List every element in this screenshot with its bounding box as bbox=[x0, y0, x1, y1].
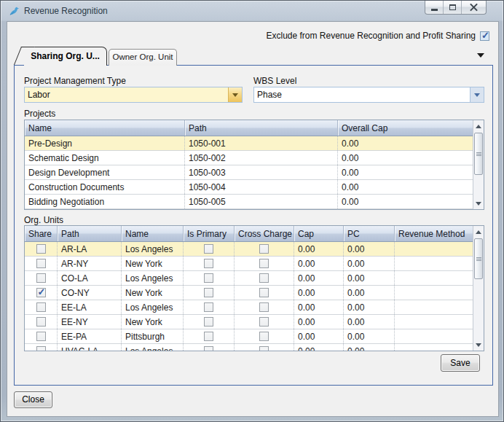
org-pc-cell: 0.00 bbox=[344, 315, 395, 329]
col-header-pc[interactable]: PC bbox=[344, 226, 395, 241]
tab-overflow-chevron-down-icon[interactable] bbox=[477, 53, 484, 58]
project-row[interactable]: Bidding Negotiation 1050-005 0.00 bbox=[25, 195, 473, 209]
scroll-up-icon[interactable] bbox=[473, 226, 484, 238]
tab-sharing-org-unit[interactable]: Sharing Org. U... bbox=[24, 47, 107, 66]
cross-charge-checkbox[interactable] bbox=[259, 259, 269, 268]
projects-header-row: Name Path Overall Cap bbox=[25, 120, 473, 136]
org-unit-row[interactable]: HVAC-LA Los Angeles 0.00 0.00 bbox=[25, 344, 473, 351]
org-name-cell: Los Angeles bbox=[122, 271, 184, 285]
share-checkbox[interactable] bbox=[36, 317, 46, 327]
scroll-thumb[interactable] bbox=[474, 238, 483, 279]
project-row[interactable]: Construction Documents 1050-004 0.00 bbox=[25, 180, 473, 195]
scroll-down-icon[interactable] bbox=[473, 198, 484, 209]
title-bar[interactable]: Revenue Recognition bbox=[1, 1, 503, 21]
cross-charge-checkbox[interactable] bbox=[259, 317, 269, 327]
exclude-row: Exclude from Revenue Recognition and Pro… bbox=[267, 31, 490, 41]
cross-charge-checkbox[interactable] bbox=[259, 244, 269, 254]
col-header-overall-cap[interactable]: Overall Cap bbox=[338, 120, 473, 136]
share-checkbox[interactable] bbox=[36, 302, 46, 312]
org-unit-row[interactable]: AR-NY New York 0.00 0.00 bbox=[25, 257, 473, 271]
org-pc-cell: 0.00 bbox=[344, 271, 395, 285]
is-primary-checkbox[interactable] bbox=[204, 244, 213, 254]
org-units-grid: Share Path Name Is Primary Cross Charge … bbox=[24, 225, 484, 351]
scroll-down-icon[interactable] bbox=[473, 339, 484, 351]
project-row[interactable]: Design Development 1050-003 0.00 bbox=[25, 165, 473, 180]
project-name-cell: Design Development bbox=[25, 165, 185, 179]
project-row[interactable]: Pre-Design 1050-001 0.00 bbox=[25, 136, 473, 151]
cross-charge-checkbox[interactable] bbox=[259, 273, 269, 283]
share-checkbox[interactable] bbox=[36, 288, 46, 297]
is-primary-checkbox[interactable] bbox=[204, 346, 213, 351]
is-primary-checkbox[interactable] bbox=[204, 273, 213, 283]
project-management-type-combo[interactable]: Labor bbox=[24, 87, 243, 103]
org-cap-cell: 0.00 bbox=[294, 329, 344, 343]
scroll-thumb[interactable] bbox=[474, 133, 483, 175]
is-primary-checkbox[interactable] bbox=[204, 259, 213, 268]
pmt-dropdown-button[interactable] bbox=[228, 87, 242, 102]
org-unit-row[interactable]: EE-PA Pittsburgh 0.00 0.00 bbox=[25, 329, 473, 344]
is-primary-checkbox[interactable] bbox=[204, 302, 213, 312]
revenue-recognition-window: Revenue Recognition Exclude from Revenue… bbox=[0, 0, 504, 422]
org-pc-cell: 0.00 bbox=[344, 257, 395, 270]
col-header-path[interactable]: Path bbox=[58, 226, 122, 241]
col-header-revenue-method[interactable]: Revenue Method bbox=[395, 226, 473, 241]
cross-charge-checkbox[interactable] bbox=[259, 288, 269, 297]
org-path-cell: EE-LA bbox=[58, 300, 122, 314]
org-pc-cell: 0.00 bbox=[344, 286, 395, 300]
scroll-up-icon[interactable] bbox=[473, 120, 484, 132]
projects-label: Projects bbox=[24, 109, 55, 119]
exclude-checkbox[interactable] bbox=[480, 31, 489, 41]
org-cap-cell: 0.00 bbox=[294, 300, 344, 314]
tab-owner-org-unit[interactable]: Owner Org. Unit bbox=[109, 49, 177, 66]
close-button[interactable]: Close bbox=[14, 391, 52, 408]
save-button[interactable]: Save bbox=[441, 354, 480, 372]
org-name-cell: New York bbox=[122, 257, 184, 270]
share-checkbox[interactable] bbox=[36, 273, 46, 283]
share-checkbox[interactable] bbox=[36, 346, 46, 351]
window-title: Revenue Recognition bbox=[24, 6, 108, 16]
cross-charge-checkbox[interactable] bbox=[259, 332, 269, 341]
org-unit-row[interactable]: EE-NY New York 0.00 0.00 bbox=[25, 315, 473, 329]
org-path-cell: AR-LA bbox=[58, 242, 122, 256]
share-checkbox[interactable] bbox=[36, 244, 46, 254]
col-header-name[interactable]: Name bbox=[122, 226, 184, 241]
col-header-share[interactable]: Share bbox=[25, 226, 58, 241]
org-unit-row[interactable]: EE-LA Los Angeles 0.00 0.00 bbox=[25, 300, 473, 315]
project-name-cell: Pre-Design bbox=[25, 136, 185, 150]
share-checkbox[interactable] bbox=[36, 259, 46, 268]
projects-grid-body: Name Path Overall Cap Pre-Design 1050-00… bbox=[25, 120, 473, 209]
org-unit-row[interactable]: AR-LA Los Angeles 0.00 0.00 bbox=[25, 242, 473, 257]
projects-scrollbar[interactable] bbox=[473, 120, 484, 209]
col-header-path[interactable]: Path bbox=[185, 120, 338, 136]
maximize-button[interactable] bbox=[444, 1, 462, 14]
is-primary-checkbox[interactable] bbox=[204, 332, 213, 341]
project-path-cell: 1050-005 bbox=[185, 195, 338, 208]
col-header-cap[interactable]: Cap bbox=[294, 226, 344, 241]
org-units-label: Org. Units bbox=[24, 215, 63, 225]
cross-charge-checkbox[interactable] bbox=[259, 346, 269, 351]
share-checkbox[interactable] bbox=[36, 332, 46, 341]
col-header-cross-charge[interactable]: Cross Charge bbox=[235, 226, 294, 241]
org-unit-row[interactable]: CO-NY New York 0.00 0.00 bbox=[25, 286, 473, 300]
is-primary-checkbox[interactable] bbox=[204, 288, 213, 297]
is-primary-checkbox[interactable] bbox=[204, 317, 213, 327]
org-unit-row[interactable]: CO-LA Los Angeles 0.00 0.00 bbox=[25, 271, 473, 286]
chevron-down-icon bbox=[474, 93, 480, 97]
org-revenue-method-cell bbox=[395, 315, 473, 329]
project-name-cell: Bidding Negotiation bbox=[25, 195, 185, 208]
app-bird-icon bbox=[8, 5, 20, 17]
org-cap-cell: 0.00 bbox=[294, 286, 344, 300]
org-cap-cell: 0.00 bbox=[294, 344, 344, 351]
col-header-name[interactable]: Name bbox=[25, 120, 185, 136]
wbs-level-combo[interactable]: Phase bbox=[253, 87, 484, 103]
org-path-cell: EE-NY bbox=[58, 315, 122, 329]
org-units-scrollbar[interactable] bbox=[473, 226, 484, 351]
close-window-button[interactable] bbox=[462, 1, 486, 14]
org-revenue-method-cell bbox=[395, 300, 473, 314]
project-row[interactable]: Schematic Design 1050-002 0.00 bbox=[25, 151, 473, 165]
wbs-dropdown-button[interactable] bbox=[470, 87, 484, 102]
minimize-button[interactable] bbox=[425, 1, 444, 14]
cross-charge-checkbox[interactable] bbox=[259, 302, 269, 312]
col-header-is-primary[interactable]: Is Primary bbox=[184, 226, 235, 241]
exclude-label: Exclude from Revenue Recognition and Pro… bbox=[267, 31, 476, 41]
